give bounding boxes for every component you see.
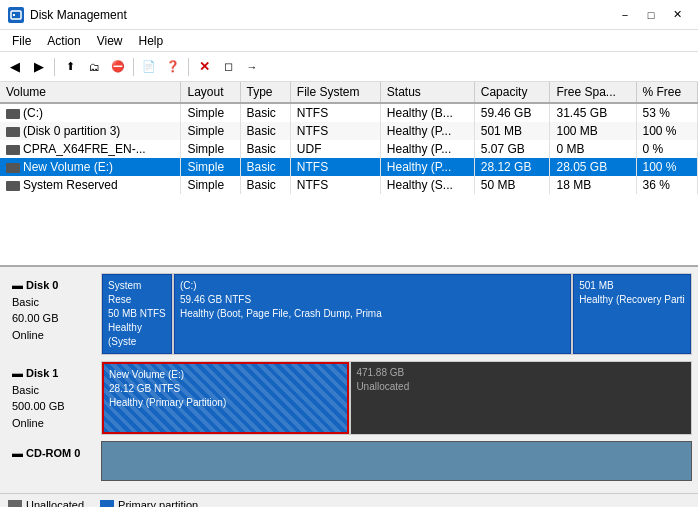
table-row[interactable]: (C:) Simple Basic NTFS Healthy (B... 59.… [0, 103, 698, 122]
disk-0-type: Basic [12, 294, 95, 311]
disk-1-part-unalloc[interactable]: 471.88 GB Unallocated [351, 362, 691, 434]
disk-0-part-system-size: 50 MB NTFS [108, 307, 166, 321]
disk-map-area: ▬ Disk 0 Basic 60.00 GB Online System Re… [0, 267, 698, 493]
disk-0-part-recovery-status: Healthy (Recovery Parti [579, 293, 685, 307]
disk-1-type: Basic [12, 382, 95, 399]
cell-status: Healthy (P... [380, 140, 474, 158]
cell-layout: Simple [181, 122, 240, 140]
cell-free: 100 MB [550, 122, 636, 140]
cell-status: Healthy (B... [380, 103, 474, 122]
disk-0-part-c[interactable]: (C:) 59.46 GB NTFS Healthy (Boot, Page F… [174, 274, 571, 354]
cell-type: Basic [240, 103, 290, 122]
disconnect-button[interactable]: ⛔ [107, 56, 129, 78]
close-button[interactable]: ✕ [664, 5, 690, 25]
menu-help[interactable]: Help [131, 32, 172, 50]
disk-0-id: ▬ Disk 0 [12, 277, 95, 294]
col-status: Status [380, 82, 474, 103]
cell-fs: NTFS [290, 176, 380, 194]
title-bar-left: Disk Management [8, 7, 127, 23]
cell-volume: New Volume (E:) [0, 158, 181, 176]
disk-1-part-unalloc-size: 471.88 GB [356, 366, 686, 380]
up-button[interactable]: ⬆ [59, 56, 81, 78]
table-row[interactable]: CPRA_X64FRE_EN-... Simple Basic UDF Heal… [0, 140, 698, 158]
legend-unalloc: Unallocated [8, 499, 84, 508]
properties-button[interactable]: 📄 [138, 56, 160, 78]
disk-0-part-c-name: (C:) [180, 279, 565, 293]
legend-unalloc-box [8, 500, 22, 508]
table-row[interactable]: System Reserved Simple Basic NTFS Health… [0, 176, 698, 194]
disk-0-part-recovery[interactable]: 501 MB Healthy (Recovery Parti [573, 274, 691, 354]
disk-1-part-e-size: 28.12 GB NTFS [109, 382, 342, 396]
cell-free: 31.45 GB [550, 103, 636, 122]
col-fs: File System [290, 82, 380, 103]
disk-1-id: ▬ Disk 1 [12, 365, 95, 382]
disk-1-status: Online [12, 415, 95, 432]
disk-0-row: ▬ Disk 0 Basic 60.00 GB Online System Re… [6, 273, 692, 355]
legend-primary: Primary partition [100, 499, 198, 508]
app-icon [8, 7, 24, 23]
disk-1-part-e-status: Healthy (Primary Partition) [109, 396, 342, 410]
svg-rect-0 [11, 11, 21, 19]
disk-1-partitions: New Volume (E:) 28.12 GB NTFS Healthy (P… [101, 361, 692, 435]
cell-free: 18 MB [550, 176, 636, 194]
help-button[interactable]: ❓ [162, 56, 184, 78]
cell-volume: System Reserved [0, 176, 181, 194]
disk-0-part-system-status: Healthy (Syste [108, 321, 166, 349]
disk-1-part-unalloc-status: Unallocated [356, 380, 686, 394]
cell-layout: Simple [181, 158, 240, 176]
disk-1-label: ▬ Disk 1 Basic 500.00 GB Online [6, 361, 101, 435]
toolbar-sep-3 [188, 58, 189, 76]
menu-view[interactable]: View [89, 32, 131, 50]
cell-pct: 36 % [636, 176, 698, 194]
back-button[interactable]: ◀ [4, 56, 26, 78]
legend-bar: Unallocated Primary partition [0, 493, 698, 507]
disk-0-label: ▬ Disk 0 Basic 60.00 GB Online [6, 273, 101, 355]
delete-button[interactable]: ✕ [193, 56, 215, 78]
extend-button[interactable]: → [241, 56, 263, 78]
cell-fs: NTFS [290, 103, 380, 122]
cell-type: Basic [240, 140, 290, 158]
disk-1-part-e[interactable]: New Volume (E:) 28.12 GB NTFS Healthy (P… [102, 362, 349, 434]
window-title: Disk Management [30, 8, 127, 22]
cell-fs: NTFS [290, 158, 380, 176]
toolbar: ◀ ▶ ⬆ 🗂 ⛔ 📄 ❓ ✕ ◻ → [0, 52, 698, 82]
minimize-button[interactable]: − [612, 5, 638, 25]
cdrom-0-id: ▬ CD-ROM 0 [12, 445, 95, 462]
cell-status: Healthy (P... [380, 122, 474, 140]
cell-capacity: 59.46 GB [474, 103, 550, 122]
cell-pct: 0 % [636, 140, 698, 158]
cell-pct: 53 % [636, 103, 698, 122]
col-layout: Layout [181, 82, 240, 103]
col-free: Free Spa... [550, 82, 636, 103]
disk-0-part-system-name: System Rese [108, 279, 166, 307]
map-drives-button[interactable]: 🗂 [83, 56, 105, 78]
table-header-row: Volume Layout Type File System Status Ca… [0, 82, 698, 103]
table-body: (C:) Simple Basic NTFS Healthy (B... 59.… [0, 103, 698, 194]
disk-1-row: ▬ Disk 1 Basic 500.00 GB Online New Volu… [6, 361, 692, 435]
volume-table-area: Volume Layout Type File System Status Ca… [0, 82, 698, 267]
cell-layout: Simple [181, 176, 240, 194]
table-row[interactable]: (Disk 0 partition 3) Simple Basic NTFS H… [0, 122, 698, 140]
cell-fs: UDF [290, 140, 380, 158]
toolbar-sep-2 [133, 58, 134, 76]
forward-button[interactable]: ▶ [28, 56, 50, 78]
menu-action[interactable]: Action [39, 32, 88, 50]
cell-free: 28.05 GB [550, 158, 636, 176]
cell-status: Healthy (S... [380, 176, 474, 194]
cell-type: Basic [240, 122, 290, 140]
maximize-button[interactable]: □ [638, 5, 664, 25]
cdrom-0-part[interactable] [102, 442, 691, 480]
table-row[interactable]: New Volume (E:) Simple Basic NTFS Health… [0, 158, 698, 176]
cell-free: 0 MB [550, 140, 636, 158]
col-capacity: Capacity [474, 82, 550, 103]
cell-capacity: 5.07 GB [474, 140, 550, 158]
format-button[interactable]: ◻ [217, 56, 239, 78]
disk-0-part-system[interactable]: System Rese 50 MB NTFS Healthy (Syste [102, 274, 172, 354]
disk-0-part-c-status: Healthy (Boot, Page File, Crash Dump, Pr… [180, 307, 565, 321]
disk-0-size: 60.00 GB [12, 310, 95, 327]
cell-capacity: 28.12 GB [474, 158, 550, 176]
menu-file[interactable]: File [4, 32, 39, 50]
cell-pct: 100 % [636, 158, 698, 176]
menu-bar: File Action View Help [0, 30, 698, 52]
cell-volume: (C:) [0, 103, 181, 122]
